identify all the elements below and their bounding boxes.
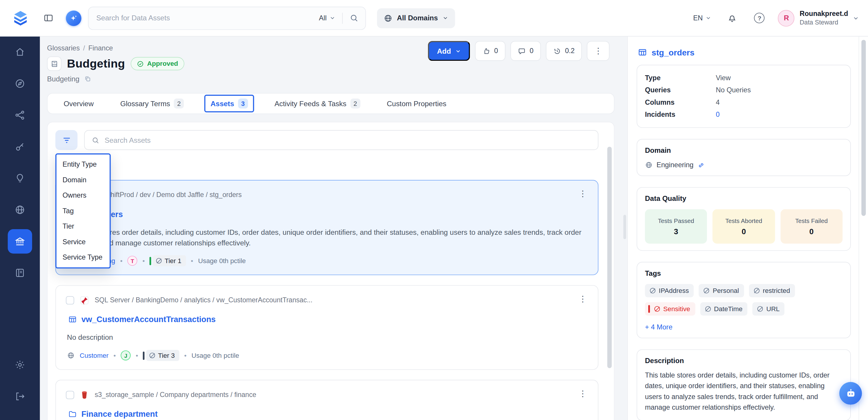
more-actions-button[interactable]: ⋮ xyxy=(587,41,610,61)
tab-glossary-terms[interactable]: Glossary Terms 2 xyxy=(114,95,190,112)
sidebar-item-governance[interactable] xyxy=(8,229,32,253)
language-label: EN xyxy=(693,14,703,22)
tag-chip-url[interactable]: URL xyxy=(752,302,784,316)
tag-label: IPAddress xyxy=(659,287,689,294)
search-scope-dropdown[interactable]: All xyxy=(319,14,335,22)
notifications-bell-icon[interactable] xyxy=(727,13,738,23)
info-value: 4 xyxy=(716,98,720,106)
sidebar-item-insights[interactable] xyxy=(8,166,32,190)
s3-source-icon xyxy=(80,390,89,399)
add-button[interactable]: Add xyxy=(428,41,470,61)
user-avatar[interactable]: R xyxy=(778,10,795,26)
tier-badge: Tier 1 xyxy=(150,255,186,266)
folder-icon xyxy=(68,410,77,419)
filter-option-tier[interactable]: Tier xyxy=(56,218,110,234)
search-icon xyxy=(91,136,100,144)
page-scrollbar-thumb[interactable] xyxy=(862,40,866,216)
bank-icon xyxy=(14,236,26,247)
comments-button[interactable]: 0 xyxy=(510,41,540,61)
filter-option-service-type[interactable]: Service Type xyxy=(56,250,110,266)
table-icon xyxy=(638,48,647,57)
tier-label: Tier 3 xyxy=(158,352,175,359)
tag-chip-restricted[interactable]: restricted xyxy=(749,284,795,297)
copy-icon[interactable] xyxy=(84,75,91,82)
tag-chip-datetime[interactable]: DateTime xyxy=(700,302,748,316)
user-menu[interactable]: Rounakpreet.d Data Steward xyxy=(800,10,848,26)
language-selector[interactable]: EN xyxy=(693,14,712,22)
filter-button[interactable] xyxy=(56,130,78,150)
global-search-input[interactable] xyxy=(96,14,319,22)
breadcrumb-finance[interactable]: Finance xyxy=(88,44,113,52)
popularity-button[interactable]: 0.2 xyxy=(546,41,582,61)
asset-card-stg-orders[interactable]: RedshiftProd / dev / Demo dbt Jaffle / s… xyxy=(56,180,598,275)
chat-assistant-fab[interactable] xyxy=(839,382,862,404)
tab-label: Custom Properties xyxy=(387,99,446,108)
asset-domain-link[interactable]: Customer xyxy=(80,352,108,359)
sidebar-item-home[interactable] xyxy=(8,40,32,64)
tag-chip-sensitive[interactable]: Sensitive xyxy=(645,302,695,316)
asset-title-link[interactable]: vw_CustomerAccountTransactions xyxy=(68,313,589,325)
asset-card-finance-department[interactable]: s3_storage_sample / Company departments … xyxy=(56,380,598,420)
domain-section-label: Domain xyxy=(645,146,843,154)
asset-search-input[interactable] xyxy=(105,136,591,144)
info-label: Queries xyxy=(645,86,716,94)
incidents-link[interactable]: 0 xyxy=(716,111,720,118)
sidebar-item-explore[interactable] xyxy=(8,71,32,96)
more-tags-link[interactable]: + 4 More xyxy=(645,323,843,331)
breadcrumb-glossaries[interactable]: Glossaries xyxy=(47,44,80,52)
sidebar-item-web[interactable] xyxy=(8,198,32,222)
sidebar-toggle-icon[interactable] xyxy=(43,13,54,23)
quality-section-label: Data Quality xyxy=(645,194,843,203)
user-menu-chevron-icon[interactable] xyxy=(852,15,860,22)
tab-custom-properties[interactable]: Custom Properties xyxy=(381,96,453,112)
tag-label: Personal xyxy=(713,287,739,294)
asset-kebab-icon[interactable]: ⋮ xyxy=(575,293,590,305)
help-icon[interactable]: ? xyxy=(754,13,765,23)
tier-color-bar xyxy=(143,351,145,360)
panel-resize-handle[interactable] xyxy=(623,215,626,239)
assets-scrollbar-thumb[interactable] xyxy=(607,147,612,368)
tab-overview[interactable]: Overview xyxy=(58,96,100,112)
tests-failed-stat: Tests Failed 0 xyxy=(780,209,843,244)
chevron-down-icon xyxy=(706,15,712,21)
sidebar-item-docs[interactable] xyxy=(8,261,32,285)
comment-icon xyxy=(517,47,526,55)
sidebar-item-logout[interactable] xyxy=(8,384,32,409)
details-tags-card: Tags IPAddress Personal restricted Sensi… xyxy=(637,262,851,338)
filter-option-entity-type[interactable]: Entity Type xyxy=(56,157,110,172)
tab-assets[interactable]: Assets 3 xyxy=(205,95,254,112)
filter-option-owners[interactable]: Owners xyxy=(56,187,110,203)
asset-checkbox[interactable] xyxy=(66,296,74,304)
asset-checkbox[interactable] xyxy=(66,390,74,399)
asset-card-vw-customer[interactable]: SQL Server / BankingDemo / analytics / v… xyxy=(56,285,598,370)
logout-icon xyxy=(14,391,26,402)
like-button[interactable]: 0 xyxy=(475,41,505,61)
tag-chip-ipaddress[interactable]: IPAddress xyxy=(645,284,694,297)
asset-kebab-icon[interactable]: ⋮ xyxy=(575,187,590,200)
details-title[interactable]: stg_orders xyxy=(652,48,694,57)
divider xyxy=(342,12,343,24)
atlan-logo-icon[interactable] xyxy=(12,10,29,26)
separator-dot: • xyxy=(136,352,138,359)
asset-title-link[interactable]: stg_orders xyxy=(68,208,589,220)
asset-kebab-icon[interactable]: ⋮ xyxy=(575,388,590,400)
domain-value[interactable]: Engineering xyxy=(656,161,693,169)
globe-icon xyxy=(645,161,653,169)
home-icon xyxy=(14,47,26,58)
tag-label: restricted xyxy=(763,287,790,294)
all-domains-dropdown[interactable]: All Domains xyxy=(377,8,455,28)
asset-title-link[interactable]: Finance department xyxy=(68,408,589,420)
compass-icon xyxy=(14,78,26,89)
filter-option-service[interactable]: Service xyxy=(56,234,110,250)
filter-option-tag[interactable]: Tag xyxy=(56,203,110,219)
sidebar-item-access[interactable] xyxy=(8,134,32,159)
ai-assistant-button[interactable] xyxy=(66,10,82,26)
tag-chip-personal[interactable]: Personal xyxy=(699,284,744,297)
tab-activity-feeds[interactable]: Activity Feeds & Tasks 2 xyxy=(269,95,366,112)
sidebar-item-lineage[interactable] xyxy=(8,103,32,127)
asset-title: vw_CustomerAccountTransactions xyxy=(82,315,216,324)
filter-option-domain[interactable]: Domain xyxy=(56,172,110,188)
sidebar-item-settings[interactable] xyxy=(8,353,32,377)
search-icon[interactable] xyxy=(349,13,359,23)
gear-icon xyxy=(14,359,26,370)
